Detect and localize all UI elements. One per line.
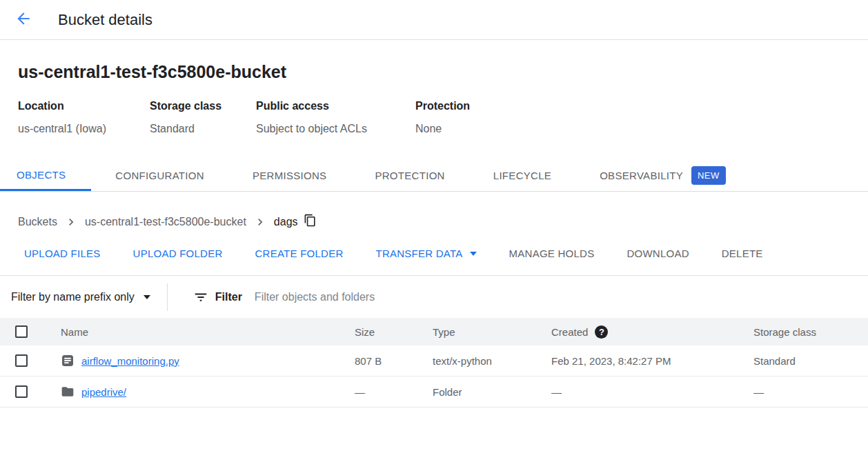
create-folder-button[interactable]: CREATE FOLDER bbox=[255, 248, 344, 259]
transfer-data-label: TRANSFER DATA bbox=[376, 248, 463, 259]
manage-holds-button[interactable]: MANAGE HOLDS bbox=[509, 248, 595, 259]
filter-label: Filter bbox=[215, 291, 242, 303]
file-icon bbox=[61, 354, 75, 368]
header-cell-type: Type bbox=[433, 326, 551, 338]
table-row: pipedrive/ — Folder — — bbox=[0, 376, 868, 408]
help-icon[interactable]: ? bbox=[595, 325, 608, 339]
tab-configuration[interactable]: CONFIGURATION bbox=[91, 160, 228, 191]
back-arrow-icon bbox=[14, 10, 32, 30]
chevron-down-icon bbox=[144, 295, 150, 299]
page-title: Bucket details bbox=[58, 11, 152, 29]
meta-value: Subject to object ACLs bbox=[256, 123, 404, 135]
meta-label: Storage class bbox=[150, 100, 245, 112]
tab-bar: OBJECTS CONFIGURATION PERMISSIONS PROTEC… bbox=[0, 160, 868, 192]
upload-files-button[interactable]: UPLOAD FILES bbox=[24, 248, 101, 259]
row-cell-name: pipedrive/ bbox=[46, 385, 355, 399]
vertical-divider bbox=[167, 283, 168, 311]
meta-label: Protection bbox=[415, 100, 470, 112]
header-cell-name: Name bbox=[46, 326, 355, 338]
filter-scope-label: Filter by name prefix only bbox=[11, 291, 135, 303]
bucket-name: us-central1-test-f3c5800e-bucket bbox=[18, 62, 850, 82]
tab-protection[interactable]: PROTECTION bbox=[351, 160, 468, 191]
tab-permissions[interactable]: PERMISSIONS bbox=[228, 160, 351, 191]
content-copy-icon bbox=[304, 214, 317, 230]
header-cell-size: Size bbox=[355, 326, 433, 338]
objects-table: Name Size Type Created ? Storage class a… bbox=[0, 318, 868, 408]
tab-observability[interactable]: OBSERVABILITY NEW bbox=[575, 160, 749, 191]
row-cell-size: — bbox=[355, 386, 433, 398]
row-cell-type: text/x-python bbox=[433, 355, 551, 367]
meta-label: Location bbox=[18, 100, 139, 112]
filter-bar: Filter by name prefix only Filter bbox=[0, 276, 868, 318]
meta-value: us-central1 (Iowa) bbox=[18, 123, 139, 135]
row-cell-name: airflow_monitoring.py bbox=[46, 354, 355, 368]
folder-link[interactable]: pipedrive/ bbox=[81, 386, 126, 398]
app-bar: Bucket details bbox=[0, 0, 868, 40]
filter-scope-dropdown[interactable]: Filter by name prefix only bbox=[11, 291, 150, 303]
meta-public-access: Public access Subject to object ACLs bbox=[256, 100, 415, 135]
row-cell-type: Folder bbox=[433, 386, 551, 398]
bucket-summary: us-central1-test-f3c5800e-bucket Locatio… bbox=[0, 62, 868, 135]
meta-protection: Protection None bbox=[415, 100, 481, 135]
row-cell-created: — bbox=[551, 386, 753, 398]
row-cell-size: 807 B bbox=[355, 355, 433, 367]
table-row: airflow_monitoring.py 807 B text/x-pytho… bbox=[0, 345, 868, 376]
row-checkbox[interactable] bbox=[15, 385, 28, 398]
transfer-data-menu-button[interactable]: TRANSFER DATA bbox=[376, 248, 477, 259]
new-badge: NEW bbox=[691, 166, 726, 185]
filter-list-icon bbox=[193, 290, 208, 305]
tab-objects[interactable]: OBJECTS bbox=[0, 160, 91, 191]
created-column-label: Created bbox=[551, 326, 588, 338]
breadcrumb-buckets[interactable]: Buckets bbox=[18, 216, 57, 228]
upload-folder-button[interactable]: UPLOAD FOLDER bbox=[133, 248, 223, 259]
row-checkbox[interactable] bbox=[15, 354, 28, 367]
select-all-checkbox[interactable] bbox=[15, 325, 28, 338]
chevron-down-icon bbox=[470, 252, 477, 256]
header-cell-storage-class: Storage class bbox=[753, 326, 868, 338]
meta-value: Standard bbox=[150, 123, 245, 135]
header-cell-created: Created ? bbox=[551, 325, 753, 339]
delete-button[interactable]: DELETE bbox=[722, 248, 763, 259]
row-cell-created: Feb 21, 2023, 8:42:27 PM bbox=[551, 355, 753, 367]
download-button[interactable]: DOWNLOAD bbox=[627, 248, 689, 259]
breadcrumb-current-folder: dags bbox=[274, 216, 298, 228]
breadcrumb: Buckets us-central1-test-f3c5800e-bucket… bbox=[0, 214, 868, 230]
object-action-bar: UPLOAD FILES UPLOAD FOLDER CREATE FOLDER… bbox=[0, 248, 868, 259]
row-cell-storage-class: — bbox=[753, 386, 868, 398]
meta-location: Location us-central1 (Iowa) bbox=[18, 100, 150, 135]
bucket-meta-row: Location us-central1 (Iowa) Storage clas… bbox=[18, 100, 850, 135]
row-cell-storage-class: Standard bbox=[753, 355, 868, 367]
back-button[interactable] bbox=[14, 10, 33, 30]
row-cell-checkbox bbox=[0, 354, 46, 367]
chevron-right-icon bbox=[253, 215, 267, 229]
meta-label: Public access bbox=[256, 100, 404, 112]
tab-lifecycle[interactable]: LIFECYCLE bbox=[469, 160, 575, 191]
table-header-row: Name Size Type Created ? Storage class bbox=[0, 318, 868, 345]
copy-path-button[interactable] bbox=[304, 214, 317, 230]
filter-objects-input[interactable] bbox=[255, 291, 641, 303]
breadcrumb-bucket-name[interactable]: us-central1-test-f3c5800e-bucket bbox=[85, 216, 246, 228]
header-cell-checkbox bbox=[0, 325, 46, 338]
tab-observability-label: OBSERVABILITY bbox=[600, 170, 683, 181]
row-cell-checkbox bbox=[0, 385, 46, 398]
meta-value: None bbox=[415, 123, 470, 135]
folder-icon bbox=[61, 385, 75, 399]
chevron-right-icon bbox=[64, 215, 78, 229]
object-link[interactable]: airflow_monitoring.py bbox=[81, 355, 179, 367]
meta-storage-class: Storage class Standard bbox=[150, 100, 256, 135]
